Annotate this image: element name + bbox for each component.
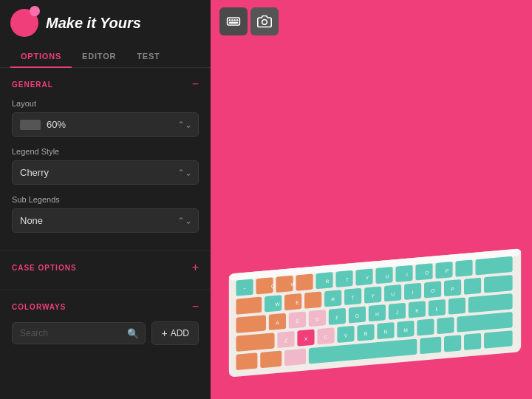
svg-rect-14 — [335, 270, 352, 287]
colorways-toggle[interactable]: − — [192, 301, 199, 313]
svg-rect-15 — [355, 269, 372, 286]
svg-rect-35 — [236, 315, 265, 333]
general-section-title: GENERAL — [12, 81, 53, 89]
svg-text:V: V — [344, 332, 348, 338]
svg-text:T: T — [352, 295, 355, 300]
keyboard-svg-container: ~ Q W R T Y U I O P W E R T Y U I — [225, 239, 525, 384]
tab-editor[interactable]: EDITOR — [72, 46, 126, 68]
svg-text:W: W — [290, 282, 296, 287]
svg-rect-18 — [415, 263, 432, 280]
svg-rect-58 — [236, 352, 257, 370]
svg-text:O: O — [425, 270, 429, 275]
colorways-section: COLORWAYS − 🔍 + ADD — [0, 290, 211, 352]
svg-text:P: P — [451, 286, 454, 291]
svg-text:T: T — [346, 277, 349, 282]
case-options-title: CASE OPTIONS — [12, 264, 77, 272]
keyboard-visual: ~ Q W R T Y U I O P W E R T Y U I — [211, 0, 532, 399]
tab-options[interactable]: OPTIONS — [10, 46, 72, 68]
svg-rect-56 — [437, 317, 454, 334]
svg-text:M: M — [403, 327, 408, 333]
colorways-search-row: 🔍 + ADD — [12, 321, 199, 345]
case-options-toggle[interactable]: + — [192, 262, 199, 273]
layout-label: Layout — [12, 99, 199, 108]
general-section: GENERAL − Layout 60% 65% TKL Full Size ⌃… — [0, 68, 211, 251]
svg-rect-16 — [375, 267, 392, 284]
legend-style-field: Legend Style Cherry OEM SA DSA XDA ⌃⌄ — [12, 147, 199, 185]
svg-text:I: I — [406, 272, 408, 277]
svg-text:F: F — [335, 315, 338, 320]
svg-text:G: G — [355, 313, 359, 318]
tab-test[interactable]: TEST — [126, 46, 170, 68]
sub-legends-select-wrapper: None Icons Text ⌃⌄ — [12, 208, 199, 233]
svg-text:S: S — [296, 318, 299, 324]
layout-field: Layout 60% 65% TKL Full Size ⌃⌄ — [12, 99, 199, 137]
svg-text:N: N — [384, 329, 388, 334]
general-collapse-toggle[interactable]: − — [192, 78, 199, 90]
svg-rect-63 — [444, 335, 461, 352]
legend-style-select[interactable]: Cherry OEM SA DSA XDA — [13, 161, 198, 184]
svg-text:X: X — [304, 336, 308, 341]
svg-text:Y: Y — [366, 275, 369, 280]
colorways-add-button[interactable]: + ADD — [151, 321, 199, 345]
svg-rect-59 — [260, 351, 282, 369]
svg-text:U: U — [391, 292, 395, 297]
sidebar: Make it Yours OPTIONS EDITOR TEST GENERA… — [0, 0, 211, 399]
colorways-search-wrapper: 🔍 — [12, 322, 146, 344]
svg-text:R: R — [325, 279, 329, 284]
logo-icon — [10, 9, 38, 37]
sub-legends-label: Sub Legends — [12, 195, 199, 204]
general-section-header: GENERAL − — [12, 78, 199, 90]
svg-rect-45 — [449, 298, 466, 315]
svg-text:J: J — [396, 310, 398, 315]
app-header: Make it Yours — [0, 0, 211, 46]
svg-text:E: E — [296, 300, 299, 305]
svg-text:D: D — [316, 317, 319, 322]
colorways-search-input[interactable] — [13, 323, 145, 344]
add-button-label: ADD — [171, 328, 189, 338]
svg-text:L: L — [436, 306, 439, 311]
svg-text:U: U — [385, 273, 389, 279]
svg-text:C: C — [324, 335, 328, 340]
svg-text:W: W — [275, 301, 280, 307]
svg-rect-22 — [236, 297, 262, 315]
svg-rect-60 — [284, 349, 306, 366]
colorways-header: COLORWAYS − — [12, 301, 199, 313]
sub-legends-select[interactable]: None Icons Text — [13, 209, 198, 232]
legend-style-select-wrapper: Cherry OEM SA DSA XDA ⌃⌄ — [12, 160, 199, 185]
keyboard-illustration: ~ Q W R T Y U I O P W E R T Y U I — [225, 239, 525, 381]
colorways-title: COLORWAYS — [12, 303, 66, 311]
right-panel: ~ Q W R T Y U I O P W E R T Y U I — [211, 0, 532, 399]
svg-text:I: I — [412, 290, 414, 295]
svg-rect-20 — [455, 260, 472, 277]
svg-rect-33 — [464, 278, 481, 295]
svg-text:Y: Y — [371, 293, 375, 299]
svg-text:P: P — [446, 268, 449, 273]
svg-rect-64 — [464, 333, 481, 350]
tab-bar: OPTIONS EDITOR TEST — [0, 46, 211, 68]
case-options-section: CASE OPTIONS + — [0, 251, 211, 290]
svg-rect-21 — [475, 256, 512, 276]
layout-keyboard-icon — [20, 120, 41, 130]
svg-text:K: K — [415, 308, 419, 313]
svg-rect-25 — [304, 292, 321, 309]
legend-style-label: Legend Style — [12, 147, 199, 156]
sidebar-content: GENERAL − Layout 60% 65% TKL Full Size ⌃… — [0, 68, 211, 399]
add-plus-icon: + — [161, 327, 167, 339]
svg-rect-24 — [284, 293, 301, 310]
search-icon: 🔍 — [127, 328, 139, 339]
svg-text:B: B — [364, 331, 368, 336]
svg-text:Z: Z — [284, 338, 287, 343]
svg-text:H: H — [375, 311, 379, 316]
svg-rect-65 — [484, 330, 513, 349]
app-title: Make it Yours — [46, 15, 141, 32]
svg-rect-55 — [417, 319, 434, 336]
svg-rect-34 — [484, 275, 513, 293]
case-options-header: CASE OPTIONS + — [12, 262, 199, 273]
svg-rect-13 — [316, 272, 332, 289]
svg-rect-19 — [435, 262, 452, 279]
svg-text:R: R — [331, 297, 335, 302]
svg-text:O: O — [431, 288, 434, 293]
layout-select[interactable]: 60% 65% TKL Full Size — [41, 113, 198, 136]
layout-select-wrapper: 60% 65% TKL Full Size ⌃⌄ — [12, 112, 199, 137]
svg-rect-62 — [420, 337, 441, 355]
